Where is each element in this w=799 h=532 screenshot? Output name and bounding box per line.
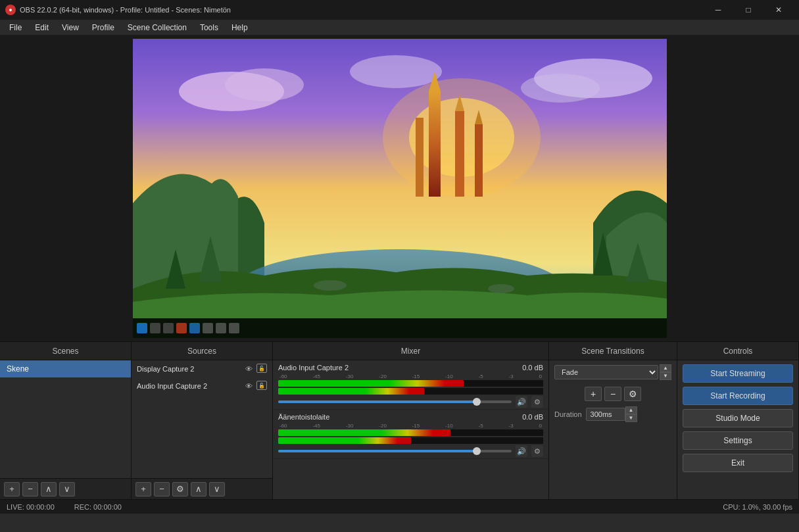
channel-1-controls: 🔊 ⚙ [278, 396, 543, 408]
source-lock-icon[interactable]: 🔓 [256, 364, 267, 373]
menu-file[interactable]: File [3, 21, 28, 34]
duration-row: Duration ▲ ▼ [549, 404, 677, 425]
transitions-settings-button[interactable]: ⚙ [624, 387, 641, 401]
app-icon: ● [5, 5, 16, 15]
sources-remove-button[interactable]: − [154, 482, 170, 496]
menu-tools[interactable]: Tools [193, 21, 225, 34]
source-item-display: Display Capture 2 👁 🔓 [132, 360, 272, 377]
preview-image [133, 39, 667, 338]
source-audio-eye-icon[interactable]: 👁 [243, 381, 254, 391]
controls-content: Start Streaming Start Recording Studio M… [677, 360, 798, 499]
studio-mode-button[interactable]: Studio Mode [683, 409, 793, 427]
svg-rect-24 [216, 323, 226, 333]
svg-rect-18 [137, 323, 147, 333]
transitions-add-button[interactable]: + [585, 387, 602, 401]
transition-type-down[interactable]: ▼ [660, 372, 671, 380]
scenes-remove-button[interactable]: − [22, 482, 38, 496]
scenes-add-button[interactable]: + [4, 482, 20, 496]
start-recording-button[interactable]: Start Recording [683, 387, 793, 405]
duration-label: Duration [554, 410, 582, 418]
scenes-toolbar: + − ∧ ∨ [0, 478, 131, 499]
rec-status: REC: 00:00:00 [74, 503, 122, 511]
duration-down-button[interactable]: ▼ [625, 414, 637, 422]
mixer-panel: Mixer Audio Input Capture 2 0.0 dB -60 -… [273, 342, 549, 499]
exit-button[interactable]: Exit [683, 454, 793, 472]
scene-item-skene[interactable]: Skene [0, 360, 131, 377]
sources-header: Sources [132, 342, 272, 360]
svg-rect-25 [229, 323, 239, 333]
source-audio-lock-icon[interactable]: 🔓 [256, 381, 267, 390]
channel-1-meter-bar-bottom [278, 388, 424, 395]
controls-header: Controls [677, 342, 798, 360]
duration-up-button[interactable]: ▲ [625, 406, 637, 414]
preview-taskbar [133, 318, 667, 338]
duration-spinbox-buttons: ▲ ▼ [625, 406, 637, 422]
svg-point-6 [521, 74, 600, 103]
menu-help[interactable]: Help [225, 21, 254, 34]
channel-1-slider-fill [278, 400, 477, 403]
channel-2-controls: 🔊 ⚙ [278, 445, 543, 457]
sources-move-down-button[interactable]: ∨ [209, 482, 225, 496]
sources-move-up-button[interactable]: ∧ [191, 482, 206, 496]
close-button[interactable]: ✕ [763, 0, 794, 20]
menu-profile[interactable]: Profile [85, 21, 121, 34]
source-display-name: Display Capture 2 [137, 365, 243, 373]
start-streaming-button[interactable]: Start Streaming [683, 364, 793, 383]
maximize-button[interactable]: □ [733, 0, 763, 20]
duration-input[interactable] [586, 408, 625, 421]
transitions-header: Scene Transitions [549, 342, 677, 360]
svg-rect-12 [475, 124, 483, 197]
channel-2-settings-button[interactable]: ⚙ [531, 445, 543, 457]
menu-bar: File Edit View Profile Scene Collection … [0, 20, 799, 36]
transitions-remove-button[interactable]: − [604, 387, 621, 401]
svg-rect-8 [429, 91, 441, 197]
scenes-header: Scenes [0, 342, 131, 360]
channel-2-meter-bar-bottom [278, 437, 411, 444]
window-controls: ─ □ ✕ [703, 0, 794, 20]
sources-properties-button[interactable]: ⚙ [172, 482, 188, 496]
channel-1-meter-top [278, 380, 543, 387]
title-bar: ● OBS 22.0.2 (64-bit, windows) - Profile… [0, 0, 799, 20]
channel-2-meter-top [278, 429, 543, 436]
sources-panel: Sources Display Capture 2 👁 🔓 Audio Inpu… [132, 342, 273, 499]
svg-rect-20 [163, 323, 174, 333]
channel-2-scale: -60 -45 -30 -20 -15 -10 -5 -3 0 [278, 423, 543, 429]
transition-type-select[interactable]: Fade Cut Swipe [554, 365, 658, 379]
minimize-button[interactable]: ─ [703, 0, 733, 20]
channel-2-meter-bottom [278, 437, 543, 444]
scenes-content: Skene [0, 360, 131, 478]
scenes-move-up-button[interactable]: ∧ [41, 482, 57, 496]
transitions-add-remove: + − ⚙ [549, 384, 677, 404]
channel-1-meter-bottom [278, 388, 543, 395]
channel-2-slider-fill [278, 450, 477, 452]
transitions-content: Fade Cut Swipe ▲ ▼ + − ⚙ Duration [549, 360, 677, 499]
channel-2-mute-button[interactable]: 🔊 [516, 445, 527, 457]
menu-edit[interactable]: Edit [28, 21, 55, 34]
transition-type-up[interactable]: ▲ [660, 364, 671, 372]
scenes-move-down-button[interactable]: ∨ [59, 482, 75, 496]
channel-1-scale: -60 -45 -30 -20 -15 -10 -5 -3 0 [278, 374, 543, 379]
cpu-fps-status: CPU: 1.0%, 30.00 fps [723, 503, 792, 511]
status-bar: LIVE: 00:00:00 REC: 00:00:00 CPU: 1.0%, … [0, 499, 799, 514]
settings-button[interactable]: Settings [683, 431, 793, 450]
channel-1-mute-button[interactable]: 🔊 [516, 396, 527, 408]
channel-1-meter-bar-top [278, 380, 464, 387]
channel-1-slider[interactable] [278, 400, 512, 403]
preview-canvas [133, 39, 667, 338]
svg-rect-14 [416, 118, 424, 197]
svg-rect-10 [455, 111, 464, 197]
svg-rect-23 [203, 323, 213, 333]
sources-add-button[interactable]: + [135, 482, 151, 496]
menu-scene-collection[interactable]: Scene Collection [121, 21, 193, 34]
menu-view[interactable]: View [55, 21, 85, 34]
mixer-content: Audio Input Capture 2 0.0 dB -60 -45 -30… [273, 360, 548, 499]
source-eye-icon[interactable]: 👁 [243, 364, 254, 374]
channel-1-settings-button[interactable]: ⚙ [531, 396, 543, 408]
live-status: LIVE: 00:00:00 [7, 503, 55, 511]
bottom-panels: Scenes Skene + − ∧ ∨ Sources Display Cap… [0, 341, 799, 499]
channel-2-slider[interactable] [278, 450, 512, 452]
channel-1-db: 0.0 dB [522, 364, 543, 372]
taskbar-icons [135, 321, 530, 335]
svg-point-7 [350, 55, 442, 88]
channel-2-db: 0.0 dB [522, 413, 543, 421]
